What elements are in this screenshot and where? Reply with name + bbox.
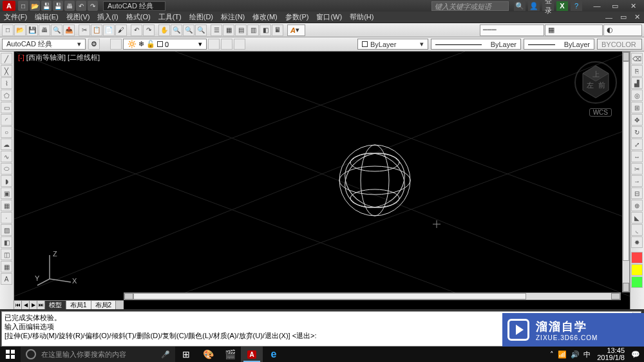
hatch-tool[interactable]: ▨ — [1, 224, 12, 236]
cut-button[interactable]: ✂ — [79, 24, 90, 36]
saveas-icon[interactable]: 💾 — [53, 1, 63, 11]
app-paint-icon[interactable]: 🎨 — [197, 347, 219, 362]
match-button[interactable]: 🖌 — [115, 24, 127, 36]
linetype-combo[interactable]: ByLayer — [431, 39, 521, 50]
extend-tool[interactable]: → — [631, 175, 643, 187]
paste-button[interactable]: 📄 — [103, 24, 115, 36]
volume-icon[interactable]: 🔊 — [571, 350, 580, 359]
publish-button[interactable]: 📤 — [63, 24, 75, 36]
erase-tool[interactable]: ⌫ — [631, 53, 643, 64]
arc-tool[interactable]: ◜ — [1, 114, 12, 126]
tab-last-icon[interactable]: ⏭ — [37, 301, 45, 309]
trim-tool[interactable]: ✂ — [631, 163, 643, 175]
doc-restore-button[interactable]: ▭ — [620, 13, 627, 21]
break-tool[interactable]: ⊟ — [631, 187, 643, 199]
xline-tool[interactable]: ╳ — [1, 65, 12, 77]
array-tool[interactable]: ⊞ — [631, 102, 643, 113]
network-icon[interactable]: 📶 — [558, 350, 567, 359]
layer-props-button[interactable] — [110, 39, 122, 50]
color-yellow-swatch[interactable] — [631, 264, 643, 276]
redo-icon[interactable]: ↷ — [88, 1, 98, 11]
stretch-tool[interactable]: ↔ — [631, 151, 643, 162]
undo-button[interactable]: ↶ — [131, 24, 142, 36]
color-red-swatch[interactable] — [631, 252, 643, 263]
account-icon[interactable]: 👤 — [528, 1, 540, 11]
help-icon[interactable]: ? — [571, 1, 582, 11]
autocad-logo-icon[interactable]: A — [3, 1, 15, 11]
layer-iso-button[interactable] — [221, 39, 232, 50]
block-tool[interactable]: ▦ — [1, 200, 12, 211]
textstyle-panel[interactable]: A▾ — [287, 24, 305, 36]
pline-tool[interactable]: ⌇ — [1, 77, 12, 89]
menu-help[interactable]: 帮助(H) — [350, 12, 374, 22]
open-button[interactable]: 📂 — [14, 24, 26, 36]
layer-prev-button[interactable] — [234, 39, 245, 50]
markup-button[interactable]: ◧ — [260, 24, 271, 36]
dimstyle-panel[interactable]: ━━━ — [480, 24, 544, 36]
insert-tool[interactable]: ▣ — [1, 187, 12, 199]
viewport-scrollbar-v[interactable] — [622, 52, 630, 292]
ellipse-tool[interactable]: ⬭ — [1, 163, 12, 175]
region-tool[interactable]: ◫ — [1, 249, 12, 260]
tray-chevron-icon[interactable]: ˄ — [550, 350, 554, 359]
login-button[interactable]: 登录 — [542, 1, 554, 11]
revcloud-tool[interactable]: ☁ — [1, 138, 12, 150]
taskview-icon[interactable]: ⊞ — [175, 347, 197, 362]
clock[interactable]: 13:45 2019/1/8 — [594, 347, 627, 361]
plotstyle-combo[interactable]: BYCOLOR — [597, 39, 642, 50]
menu-window[interactable]: 窗口(W) — [316, 12, 342, 22]
mtext-tool[interactable]: A — [1, 273, 12, 285]
workspace-dropdown[interactable]: AutoCAD 经典 — [103, 1, 166, 11]
gradient-tool[interactable]: ◧ — [1, 236, 12, 248]
ime-icon[interactable]: 中 — [583, 350, 591, 359]
save-button[interactable]: 💾 — [26, 24, 38, 36]
menu-format[interactable]: 格式(O) — [126, 12, 151, 22]
toolpalette-button[interactable]: ▤ — [235, 24, 247, 36]
join-tool[interactable]: ⊕ — [631, 200, 643, 211]
rect-tool[interactable]: ▭ — [1, 102, 12, 113]
chamfer-tool[interactable]: ◣ — [631, 212, 643, 224]
close-button[interactable]: ✕ — [625, 1, 641, 11]
color-combo[interactable]: ByLayer▾ — [357, 39, 428, 50]
doc-close-button[interactable]: ✕ — [634, 13, 640, 21]
mic-icon[interactable]: 🎤 — [161, 350, 170, 359]
sheetset-button[interactable]: ▥ — [247, 24, 259, 36]
notifications-icon[interactable]: 💬 — [631, 350, 640, 359]
exchange-icon[interactable]: X — [556, 1, 568, 11]
app-movies-icon[interactable]: 🎬 — [219, 347, 241, 362]
menu-tools[interactable]: 工具(T) — [158, 12, 182, 22]
print-button[interactable]: 🖶 — [39, 24, 50, 36]
viewport-scrollbar-h[interactable] — [124, 292, 621, 300]
menu-edit[interactable]: 编辑(E) — [35, 12, 59, 22]
tab-first-icon[interactable]: ⏮ — [14, 301, 22, 309]
open-icon[interactable]: 📂 — [30, 1, 40, 11]
pan-button[interactable]: ✋ — [158, 24, 170, 36]
menu-insert[interactable]: 插入(I) — [97, 12, 118, 22]
menu-file[interactable]: 文件(F) — [4, 12, 27, 22]
help-search-input[interactable]: 键入关键字或短语 — [431, 1, 509, 11]
search-box[interactable]: 在这里输入你要搜索的内容 🎤 — [21, 347, 175, 362]
tab-layout2[interactable]: 布局2 — [91, 301, 117, 309]
viewcube[interactable]: 上 左 前 — [573, 58, 618, 106]
tab-next-icon[interactable]: ▶ — [30, 301, 37, 309]
tab-model[interactable]: 模型 — [45, 301, 66, 309]
spline-tool[interactable]: ∿ — [1, 151, 12, 162]
fillet-tool[interactable]: ◟ — [631, 224, 643, 236]
new-icon[interactable]: □ — [18, 1, 28, 11]
wcs-badge[interactable]: WCS — [589, 108, 612, 117]
rotate-tool[interactable]: ↻ — [631, 126, 643, 138]
ellipsearc-tool[interactable]: ◗ — [1, 175, 12, 187]
mlstyle-panel[interactable]: ◐ — [603, 24, 642, 36]
scale-tool[interactable]: ⤢ — [631, 138, 643, 150]
doc-minimize-button[interactable]: — — [605, 14, 612, 21]
new-button[interactable]: □ — [2, 24, 14, 36]
tablestyle-panel[interactable]: ▦ — [545, 24, 603, 36]
drawing-viewport[interactable]: [-] [西南等轴测] [二维线框] 上 左 前 WCS Z X Y ⏮ ◀ — [14, 52, 630, 309]
preview-button[interactable]: 🔍 — [51, 24, 62, 36]
designcenter-button[interactable]: ▦ — [223, 24, 234, 36]
color-green-swatch[interactable] — [631, 276, 643, 288]
app-edge-icon[interactable]: e — [263, 347, 285, 362]
explode-tool[interactable]: ✸ — [631, 236, 643, 248]
menu-modify[interactable]: 修改(M) — [252, 12, 278, 22]
start-button[interactable] — [0, 347, 21, 362]
